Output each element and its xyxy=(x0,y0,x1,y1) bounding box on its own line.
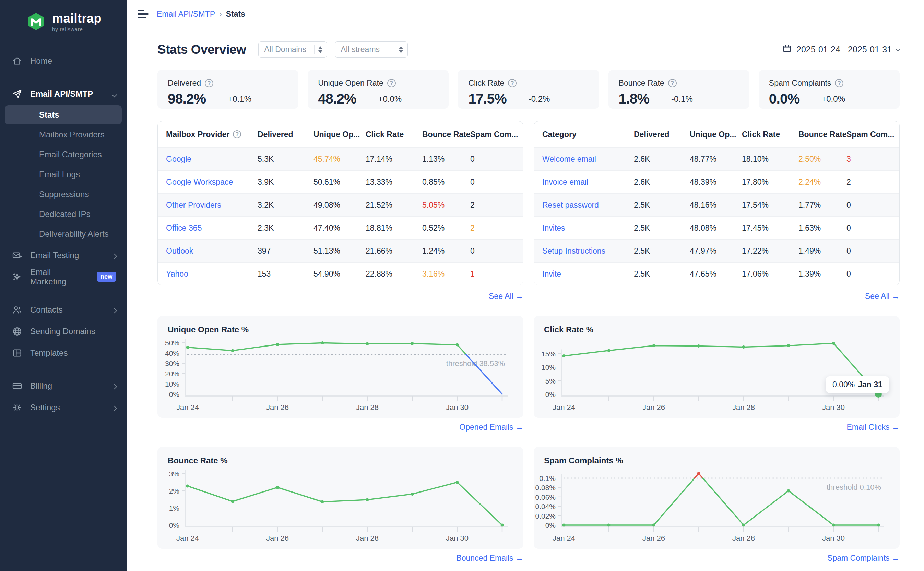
sidebar-item-contacts[interactable]: Contacts xyxy=(0,299,127,321)
sidebar-item-email-categories[interactable]: Email Categories xyxy=(5,145,122,164)
sparkles-icon xyxy=(12,272,23,282)
chart-card: Spam Complaints %0%0.02%0.04%0.06%0.08%0… xyxy=(534,447,900,549)
help-icon[interactable]: ? xyxy=(668,79,677,87)
help-icon[interactable]: ? xyxy=(233,130,241,139)
row-value-cell: 1.77% xyxy=(799,201,847,210)
menu-toggle-icon[interactable] xyxy=(138,10,149,18)
row-value-cell: 1 xyxy=(470,269,523,279)
layout-icon xyxy=(12,347,23,358)
svg-text:threshold 0.10%: threshold 0.10% xyxy=(826,483,881,491)
stream-filter-select[interactable]: All streams xyxy=(335,42,408,57)
date-range-picker[interactable]: 2025-01-24 - 2025-01-31 xyxy=(782,43,900,56)
help-icon[interactable]: ? xyxy=(387,79,396,87)
column-header-label: Delivered xyxy=(258,130,293,139)
row-value-cell: 3.2K xyxy=(258,201,314,210)
column-header-label: Mailbox Provider xyxy=(166,130,229,139)
chart-block-0: Unique Open Rate %0%10%20%30%40%50%Jan 2… xyxy=(158,316,523,432)
sidebar: mailtrap by railsware HomeEmail API/SMTP… xyxy=(0,0,127,571)
help-icon[interactable]: ? xyxy=(205,79,214,87)
row-link[interactable]: Other Providers xyxy=(166,201,221,210)
sidebar-item-templates[interactable]: Templates xyxy=(0,342,127,364)
row-link[interactable]: Reset password xyxy=(542,201,599,210)
column-header-label: Delivered xyxy=(634,130,670,139)
sidebar-item-billing[interactable]: Billing xyxy=(0,375,127,397)
table-row: Invites2.5K48.08%17.45%1.63%0 xyxy=(534,216,899,239)
svg-text:3%: 3% xyxy=(169,470,180,478)
kpi-delta: +0.0% xyxy=(822,94,845,104)
row-link[interactable]: Office 365 xyxy=(166,224,202,232)
kpi-label-text: Unique Open Rate xyxy=(318,79,384,88)
kpi-value: 17.5% xyxy=(468,91,506,107)
kpi-delta: +0.1% xyxy=(228,94,251,104)
kpi-card-bounce-rate: Bounce Rate?1.8%-0.1% xyxy=(608,70,749,109)
svg-text:0.02%: 0.02% xyxy=(535,512,556,520)
svg-text:50%: 50% xyxy=(165,339,180,347)
sidebar-item-mailbox-providers[interactable]: Mailbox Providers xyxy=(5,125,122,144)
row-value-cell: 21.52% xyxy=(365,201,422,210)
row-value-cell: 2.5K xyxy=(634,201,690,210)
kpi-label: Unique Open Rate? xyxy=(318,79,438,88)
domain-filter-select[interactable]: All Domains xyxy=(258,42,327,57)
chart-link[interactable]: Email Clicks → xyxy=(847,423,900,432)
row-link[interactable]: Invoice email xyxy=(542,177,588,187)
table-row: Outlook39751.13%21.66%1.24%0 xyxy=(158,239,523,262)
sidebar-item-sending-domains[interactable]: Sending Domains xyxy=(0,321,127,342)
row-name-cell: Invoice email xyxy=(542,177,634,187)
row-link[interactable]: Welcome email xyxy=(542,154,596,164)
sidebar-item-label: Settings xyxy=(30,403,60,412)
line-chart: 0%1%2%3%Jan 24Jan 26Jan 28Jan 30 xyxy=(158,447,523,549)
table-row: Office 3652.3K47.40%18.81%0.52%2 xyxy=(158,216,523,239)
row-link[interactable]: Setup Instructions xyxy=(542,247,605,255)
chart-card: Click Rate %0%5%10%15%Jan 24Jan 26Jan 28… xyxy=(534,316,900,418)
row-value-cell: 51.13% xyxy=(314,247,365,256)
chart-link-row: Opened Emails → xyxy=(158,423,523,432)
kpi-delta: -0.2% xyxy=(529,94,550,104)
brand-name: mailtrap xyxy=(52,12,102,25)
row-link[interactable]: Google Workspace xyxy=(166,177,233,187)
row-link[interactable]: Invite xyxy=(542,269,561,278)
row-link[interactable]: Outlook xyxy=(166,247,193,255)
sidebar-item-deliverability-alerts[interactable]: Deliverability Alerts xyxy=(5,224,122,244)
svg-text:10%: 10% xyxy=(165,380,180,388)
row-value-cell: 47.65% xyxy=(690,269,742,279)
sidebar-item-email-marketing[interactable]: Email Marketingnew xyxy=(0,266,127,287)
sidebar-item-dedicated-ips[interactable]: Dedicated IPs xyxy=(5,205,122,224)
breadcrumb-section-link[interactable]: Email API/SMTP xyxy=(157,9,215,19)
mailtrap-logo[interactable]: mailtrap by railsware xyxy=(0,0,127,42)
sidebar-item-email-api-smtp[interactable]: Email API/SMTP xyxy=(0,83,127,105)
svg-text:5%: 5% xyxy=(545,377,556,385)
sidebar-item-email-testing[interactable]: Email Testing xyxy=(0,244,127,266)
breadcrumb-separator: › xyxy=(219,9,222,19)
see-all-link[interactable]: See All → xyxy=(865,292,900,301)
svg-text:0.04%: 0.04% xyxy=(535,502,556,510)
row-value-cell: 0 xyxy=(470,177,523,187)
sidebar-item-home[interactable]: Home xyxy=(0,50,127,72)
svg-text:30%: 30% xyxy=(165,360,180,367)
see-all-link[interactable]: See All → xyxy=(489,292,523,301)
kpi-label-text: Bounce Rate xyxy=(619,79,664,88)
sidebar-item-suppressions[interactable]: Suppressions xyxy=(5,185,122,204)
row-name-cell: Office 365 xyxy=(166,224,258,233)
chart-link[interactable]: Spam Complaints → xyxy=(827,554,900,562)
row-link[interactable]: Yahoo xyxy=(166,269,188,278)
chart-link[interactable]: Opened Emails → xyxy=(459,423,523,432)
row-value-cell: 0 xyxy=(847,269,899,279)
sidebar-item-stats[interactable]: Stats xyxy=(5,105,122,124)
sidebar-item-email-logs[interactable]: Email Logs xyxy=(5,165,122,184)
row-value-cell: 17.54% xyxy=(742,201,799,210)
svg-text:0%: 0% xyxy=(545,521,556,529)
chart-link[interactable]: Bounced Emails → xyxy=(456,554,523,562)
row-name-cell: Invite xyxy=(542,269,634,279)
help-icon[interactable]: ? xyxy=(508,79,517,87)
table-header-row: CategoryDeliveredUnique Op...Click RateB… xyxy=(534,121,899,147)
svg-text:20%: 20% xyxy=(165,370,180,378)
row-value-cell: 17.80% xyxy=(742,177,799,187)
row-link[interactable]: Google xyxy=(166,154,191,164)
sidebar-item-settings[interactable]: Settings xyxy=(0,397,127,418)
row-link[interactable]: Invites xyxy=(542,224,565,232)
row-value-cell: 5.3K xyxy=(258,154,314,164)
kpi-label: Spam Complaints? xyxy=(769,79,889,88)
kpi-label: Click Rate? xyxy=(468,79,588,88)
sidebar-item-label: Sending Domains xyxy=(30,327,95,336)
help-icon[interactable]: ? xyxy=(835,79,844,87)
